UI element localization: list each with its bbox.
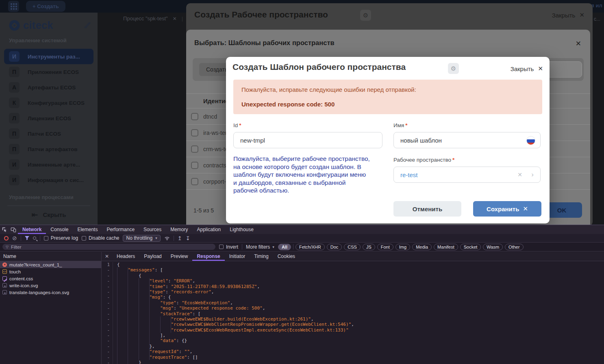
sidebar-item-ecos-licenses[interactable]: Л Лицензии ECOS [4,110,93,126]
devtools-tab-lighthouse[interactable]: Lighthouse [225,225,258,234]
chip-doc[interactable]: Doc [327,244,342,250]
filter-input-wrap[interactable]: ▽ [2,244,215,250]
chip-js[interactable]: JS [363,244,375,250]
sidebar-item-system-info[interactable]: И Информация о сис... [4,172,93,188]
chip-wasm[interactable]: Wasm [483,244,503,250]
devtools-tab-network[interactable]: Network [18,225,46,234]
import-har-icon[interactable]: ↥ [178,236,182,241]
inspect-element-icon[interactable] [0,225,9,234]
export-har-icon[interactable]: ↧ [186,236,190,241]
chevron-down-icon: ▾ [272,245,274,249]
workspace-select[interactable]: re-test ✕ › [393,167,541,183]
citeck-logo-icon [9,20,20,31]
close-button[interactable]: Закрыть ✕ [511,65,543,72]
panel-tab-preview[interactable]: Preview [166,252,193,261]
devtools-tab-application[interactable]: Application [192,225,225,234]
page-tab-bar: Процесс "spk-test" ✕ | [123,15,183,22]
filter-input[interactable] [11,245,198,249]
devtools-tab-elements[interactable]: Elements [73,225,102,234]
chip-media[interactable]: Media [412,244,432,250]
create-button[interactable]: + Создать [26,1,65,12]
request-row-translate-icon-svg[interactable]: translate-languages-icon.svg [0,289,101,296]
tools-icon[interactable] [84,22,91,29]
chip-all[interactable]: All [278,244,291,250]
device-toolbar-icon[interactable] [9,225,18,234]
request-row-content-css[interactable]: content.css [0,275,101,282]
chip-other[interactable]: Other [505,244,524,250]
chip-img[interactable]: Img [395,244,410,250]
close-panel-icon[interactable]: ✕ [102,252,112,261]
sidebar-collapse-button[interactable]: ⇤ Скрыть [0,210,98,219]
devtools-tab-console[interactable]: Console [46,225,73,234]
row-checkbox[interactable] [191,145,198,153]
filter-icon[interactable] [25,236,29,240]
sidebar-item-ecos-artifacts[interactable]: А Артефакты ECOS [4,80,93,95]
search-icon[interactable] [33,236,36,240]
response-line: -"type": "EcosWebException", [102,300,604,306]
sidebar-item-changed-artifacts[interactable]: И Измененные арте... [4,157,93,172]
more-filters-button[interactable]: More filters ▾ [246,244,274,250]
tab-close-icon[interactable]: ✕ [173,16,177,22]
required-asterisk: * [239,122,241,128]
chip-manifest[interactable]: Manifest [434,244,458,250]
devtools-tab-memory[interactable]: Memory [166,225,192,234]
chip-socket[interactable]: Socket [460,244,481,250]
clear-icon[interactable]: ⊘ [12,235,17,241]
sidebar-item-artifact-patches[interactable]: П Патчи артефактов [4,141,93,157]
panel-tab-initiator[interactable]: Initiator [225,252,250,261]
network-conditions-icon[interactable] [164,236,170,240]
response-panel: ✕ Headers Payload Preview Response Initi… [102,252,604,364]
clear-selection-icon[interactable]: ✕ [517,171,522,178]
workspace-hint-text: Пожалуйста, выберите рабочее пространств… [233,155,388,195]
record-icon[interactable] [4,236,9,240]
request-row-mutate[interactable]: ✕ mutate?k=recs_count_1_ [0,261,101,268]
panel-tab-headers[interactable]: Headers [112,252,139,261]
network-filter-row: ▽ Invert More filters ▾ All Fetch/XHR Do… [0,243,604,251]
gear-icon[interactable]: ⚙ [360,10,371,21]
app-root: + Создать Найти файл, пользователя ил ci… [0,0,604,364]
id-field[interactable]: new-tmpl [233,132,382,148]
chevron-right-icon[interactable]: › [531,171,534,179]
panel-tab-timing[interactable]: Timing [250,252,273,261]
request-list: Name ✕ mutate?k=recs_count_1_ <> touch c… [0,252,102,364]
preserve-log-checkbox[interactable]: Preserve log [44,235,78,241]
response-line: -}, [102,344,604,349]
row-checkbox[interactable] [191,162,198,169]
row-checkbox[interactable] [191,129,198,136]
panel-tab-cookies[interactable]: Cookies [273,252,300,261]
tab-process[interactable]: Процесс "spk-test" [123,15,168,22]
sidebar-item-dev-tools[interactable]: И Инструменты раз... [4,49,93,64]
sidebar-item-ecos-apps[interactable]: П Приложения ECOS [4,64,93,80]
gear-icon[interactable]: ⚙ [448,63,459,74]
chip-css[interactable]: CSS [344,244,361,250]
devtools-tab-sources[interactable]: Sources [139,225,166,234]
section-processes: Управление процессами [9,194,74,200]
apps-grid-icon[interactable] [8,1,19,12]
response-body[interactable]: 1{ -"messages": [ -{ -"level": "ERROR", … [102,261,604,364]
sidebar-item-ecos-config[interactable]: К Конфигурация ECOS [4,95,93,110]
response-line: -"rcewlwwcEWC$WebClientRespPromiseWrappe… [102,322,604,327]
save-button[interactable]: Сохранить ✕ [473,201,541,217]
disable-cache-checkbox[interactable]: Disable cache [82,235,119,241]
russian-flag-icon[interactable] [526,136,535,145]
invert-checkbox[interactable]: Invert [219,244,238,250]
sidebar-item-ecos-patches[interactable]: П Патчи ECOS [4,126,93,141]
panel-tab-payload[interactable]: Payload [139,252,166,261]
row-checkbox[interactable] [191,113,198,120]
cancel-button[interactable]: Отменить [393,201,461,217]
row-checkbox[interactable] [191,178,198,185]
request-row-touch[interactable]: <> touch [0,268,101,275]
panel-tab-response[interactable]: Response [192,252,224,261]
request-list-header[interactable]: Name [0,252,101,261]
devtools-tab-performance[interactable]: Performance [102,225,139,234]
request-type-chips: All Fetch/XHR Doc CSS JS Font Img Media … [278,244,524,250]
close-icon[interactable]: ✕ [576,39,581,48]
sidebar: citeck Управление системой И Инструменты… [0,13,98,225]
close-button[interactable]: Закрыть ✕ [552,11,584,19]
chip-font[interactable]: Font [377,244,393,250]
request-row-write-icon-svg[interactable]: write-icon.svg [0,282,101,289]
name-field[interactable]: новый шаблон [393,132,541,148]
throttling-dropdown[interactable]: No throttling ▾ [123,235,160,242]
chip-fetch-xhr[interactable]: Fetch/XHR [295,244,325,250]
section-system: Управление системой [9,37,67,43]
